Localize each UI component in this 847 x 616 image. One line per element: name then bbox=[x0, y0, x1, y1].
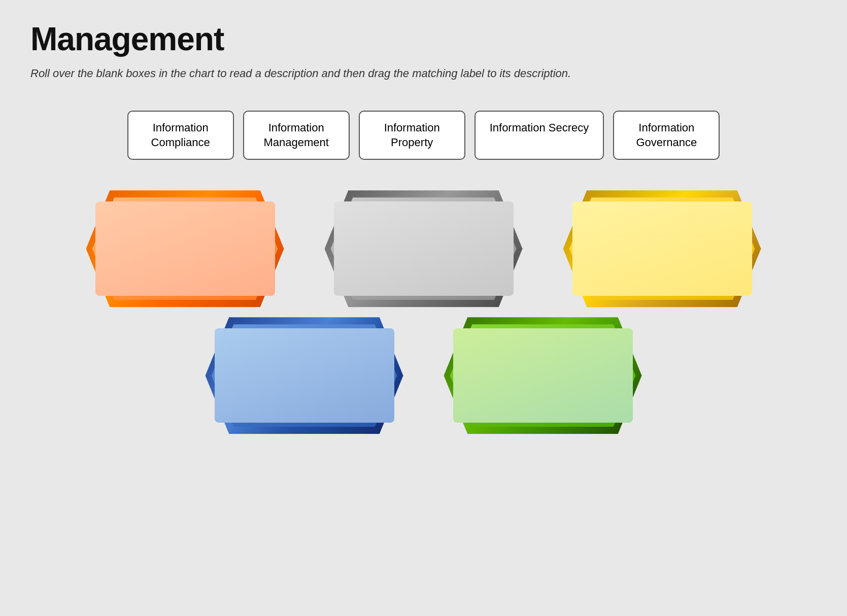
hex-drop-green bbox=[453, 328, 633, 423]
hexagon-orange[interactable] bbox=[86, 190, 284, 307]
hex-drop-yellow bbox=[572, 201, 752, 296]
label-compliance[interactable]: InformationCompliance bbox=[127, 111, 234, 160]
hexagon-yellow[interactable] bbox=[563, 190, 761, 307]
labels-row: InformationCompliance InformationManagem… bbox=[30, 111, 817, 160]
hex-row-1 bbox=[86, 190, 761, 307]
hexagon-blue[interactable] bbox=[206, 317, 403, 434]
label-secrecy[interactable]: Information Secrecy bbox=[475, 111, 604, 160]
hexagon-green[interactable] bbox=[444, 317, 642, 434]
hex-drop-gray bbox=[334, 201, 514, 296]
hex-drop-blue bbox=[215, 328, 394, 423]
hexagon-gray[interactable] bbox=[325, 190, 523, 307]
page-subtitle: Roll over the blank boxes in the chart t… bbox=[30, 67, 817, 80]
label-governance[interactable]: InformationGovernance bbox=[613, 111, 720, 160]
page-title: Management bbox=[30, 20, 817, 58]
hexagons-area bbox=[30, 190, 817, 434]
label-property[interactable]: InformationProperty bbox=[359, 111, 465, 160]
hex-drop-orange bbox=[95, 201, 275, 296]
hex-row-2 bbox=[206, 317, 642, 434]
label-management[interactable]: InformationManagement bbox=[243, 111, 350, 160]
